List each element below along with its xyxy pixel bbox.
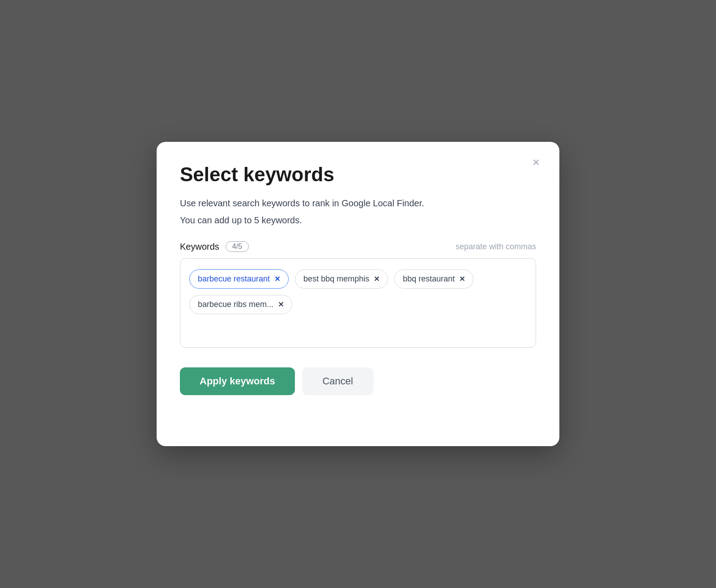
keyword-tag-text: bbq restaurant <box>403 274 455 284</box>
select-keywords-modal: × Select keywords Use relevant search ke… <box>157 142 559 446</box>
modal-description-line1: Use relevant search keywords to rank in … <box>180 196 536 210</box>
modal-actions: Apply keywords Cancel <box>180 367 536 395</box>
keyword-tag[interactable]: barbecue ribs mem...✕ <box>189 295 292 314</box>
keywords-row: Keywords 4/5 separate with commas <box>180 241 536 252</box>
close-button[interactable]: × <box>529 154 543 170</box>
keyword-tag-remove[interactable]: ✕ <box>274 276 280 283</box>
keyword-tag[interactable]: bbq restaurant✕ <box>394 269 473 289</box>
modal-title: Select keywords <box>180 163 536 186</box>
apply-keywords-button[interactable]: Apply keywords <box>180 367 295 395</box>
keywords-input-area[interactable]: barbecue restaurant✕best bbq memphis✕bbq… <box>180 258 536 348</box>
modal-description-line2: You can add up to 5 keywords. <box>180 213 536 227</box>
modal-overlay: × Select keywords Use relevant search ke… <box>0 0 716 588</box>
keyword-tag-remove[interactable]: ✕ <box>374 276 379 283</box>
keyword-tag-text: best bbq memphis <box>303 274 369 284</box>
cancel-button[interactable]: Cancel <box>302 367 374 395</box>
keyword-tag-text: barbecue ribs mem... <box>198 300 273 309</box>
keyword-tag[interactable]: best bbq memphis✕ <box>295 269 388 289</box>
keywords-hint: separate with commas <box>456 242 536 251</box>
keywords-label-group: Keywords 4/5 <box>180 241 249 252</box>
keywords-count-badge: 4/5 <box>226 241 249 252</box>
keyword-tag-remove[interactable]: ✕ <box>459 276 465 283</box>
keyword-tag-remove[interactable]: ✕ <box>278 301 284 308</box>
keywords-label: Keywords <box>180 242 219 252</box>
keyword-tag[interactable]: barbecue restaurant✕ <box>189 269 289 289</box>
keyword-tag-text: barbecue restaurant <box>198 274 270 284</box>
